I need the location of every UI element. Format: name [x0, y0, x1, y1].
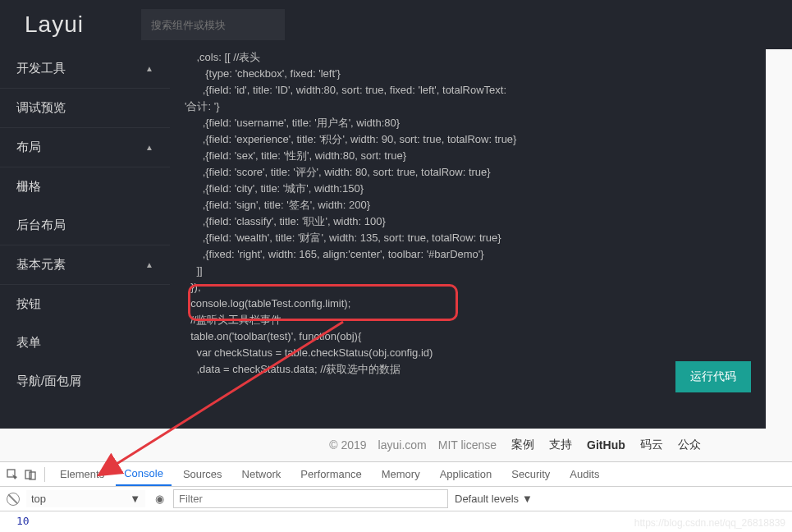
code-line: table.on('toolbar(test)', function(obj){ [185, 328, 751, 345]
app-header: Layui [0, 0, 792, 49]
tab-network[interactable]: Network [234, 462, 290, 486]
devtools-tabbar: Elements Console Sources Network Perform… [0, 462, 792, 487]
code-line: ,{field: 'score', title: '评分', width: 80… [185, 164, 751, 181]
sidebar-item-label: 表单 [16, 335, 41, 351]
site-link[interactable]: layui.com [378, 438, 427, 452]
chevron-up-icon: ▲ [145, 64, 153, 73]
code-line: ,{field: 'sign', title: '签名', width: 200… [185, 197, 751, 213]
footer-link-cases[interactable]: 案例 [511, 438, 534, 452]
footer-link-wechat[interactable]: 公众 [678, 438, 701, 452]
code-line: '合计: '} [185, 99, 751, 115]
content: ,cols: [[ //表头 {type: 'checkbox', fixed:… [170, 49, 792, 429]
tab-elements[interactable]: Elements [52, 462, 112, 486]
code-line: {type: 'checkbox', fixed: 'left'} [185, 66, 751, 82]
sidebar: 开发工具▲ 调试预览 布局▲ 栅格 后台布局 基本元素▲ 按钮 表单 导航/面包… [0, 49, 170, 429]
sidebar-item-layout[interactable]: 布局▲ [0, 128, 170, 167]
footer-link-gitee[interactable]: 码云 [640, 438, 663, 452]
code-line: ,{field: 'city', title: '城市', width:150} [185, 181, 751, 197]
code-line: ]] [185, 263, 751, 279]
sidebar-item-label: 布局 [16, 140, 41, 155]
sidebar-item-label: 导航/面包屑 [16, 374, 81, 389]
code-line: ,cols: [[ //表头 [185, 49, 751, 66]
logo: Layui [25, 11, 84, 38]
tab-console[interactable]: Console [116, 462, 172, 486]
search-input[interactable] [141, 9, 285, 40]
chevron-down-icon: ▼ [522, 493, 533, 505]
filter-input[interactable] [173, 489, 448, 508]
code-line: ,{field: 'experience', title: '积分', widt… [185, 131, 751, 148]
right-rail [766, 49, 792, 429]
sidebar-item-grid[interactable]: 栅格 [0, 167, 170, 206]
eye-icon[interactable]: ◉ [152, 492, 167, 507]
sidebar-item-label: 基本元素 [16, 257, 66, 273]
code-line: ,{field: 'sex', title: '性别', width:80, s… [185, 148, 751, 164]
code-line: ,data = checkStatus.data; //获取选中的数据 [185, 361, 751, 378]
code-line: ,{fixed: 'right', width: 165, align:'cen… [185, 246, 751, 263]
sidebar-item-debug[interactable]: 调试预览 [0, 89, 170, 128]
tab-audits[interactable]: Audits [561, 462, 607, 486]
chevron-up-icon: ▲ [145, 260, 153, 269]
sidebar-item-label: 后台布局 [16, 218, 66, 233]
chevron-down-icon: ▼ [130, 493, 140, 505]
code-line: var checkStatus = table.checkStatus(obj.… [185, 345, 751, 361]
footer-link-github[interactable]: GitHub [587, 438, 625, 452]
tab-security[interactable]: Security [503, 462, 558, 486]
code-editor[interactable]: ,cols: [[ //表头 {type: 'checkbox', fixed:… [170, 49, 766, 429]
inspect-icon[interactable] [5, 467, 20, 482]
separator [44, 467, 45, 482]
license: MIT license [438, 438, 497, 452]
chevron-up-icon: ▲ [145, 143, 153, 152]
tab-sources[interactable]: Sources [175, 462, 231, 486]
copyright: © 2019 [329, 438, 366, 452]
code-line: ,{field: 'wealth', title: '财富', width: 1… [185, 230, 751, 246]
sidebar-item-label: 调试预览 [16, 100, 66, 116]
tab-performance[interactable]: Performance [292, 462, 369, 486]
sidebar-item-label: 栅格 [16, 179, 41, 195]
sidebar-item-devtools[interactable]: 开发工具▲ [0, 49, 170, 89]
code-line: ,{field: 'classify', title: '职业', width:… [185, 213, 751, 230]
log-levels-select[interactable]: Default levels▼ [455, 493, 533, 505]
console-toolbar: top▼ ◉ Default levels▼ [0, 487, 792, 511]
code-line: ,{field: 'id', title: 'ID', width:80, so… [185, 82, 751, 99]
page-footer: © 2019 layui.com MIT license 案例 支持 GitHu… [0, 429, 792, 461]
sidebar-item-nav[interactable]: 导航/面包屑 [0, 362, 170, 401]
run-code-button[interactable]: 运行代码 [675, 361, 751, 392]
tab-memory[interactable]: Memory [373, 462, 428, 486]
sidebar-item-button[interactable]: 按钮 [0, 285, 170, 323]
code-line: ,{field: 'username', title: '用户名', width… [185, 115, 751, 131]
sidebar-item-form[interactable]: 表单 [0, 323, 170, 362]
tab-application[interactable]: Application [432, 462, 501, 486]
footer-link-support[interactable]: 支持 [549, 438, 572, 452]
sidebar-item-basic[interactable]: 基本元素▲ [0, 245, 170, 285]
clear-console-icon[interactable] [7, 493, 20, 506]
main-area: 开发工具▲ 调试预览 布局▲ 栅格 后台布局 基本元素▲ 按钮 表单 导航/面包… [0, 49, 792, 429]
sidebar-item-admin-layout[interactable]: 后台布局 [0, 206, 170, 245]
device-toggle-icon[interactable] [23, 467, 38, 482]
context-select[interactable]: top▼ [26, 490, 145, 507]
sidebar-item-label: 按钮 [16, 296, 41, 312]
sidebar-item-label: 开发工具 [16, 61, 66, 76]
watermark: https://blog.csdn.net/qq_26818839 [634, 517, 785, 529]
annotation-highlight [188, 284, 458, 321]
